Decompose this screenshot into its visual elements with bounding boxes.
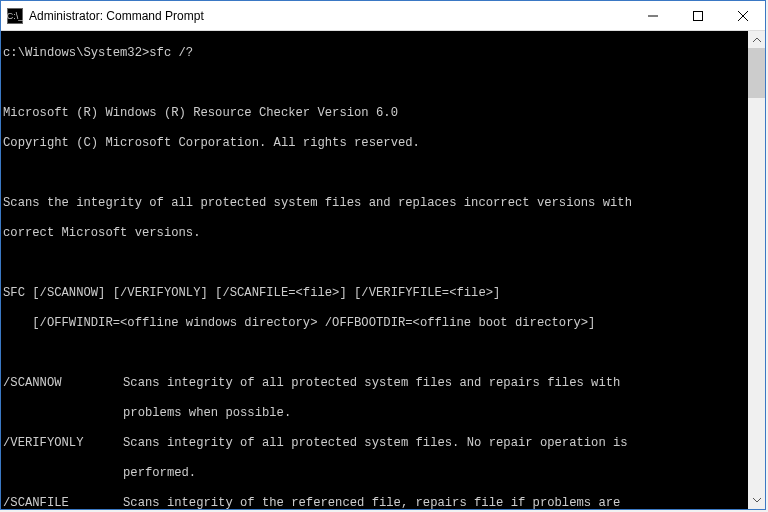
option-row: /SCANFILEScans integrity of the referenc… — [3, 496, 746, 509]
command-prompt-window: C:\_ Administrator: Command Prompt c:\Wi… — [0, 0, 766, 510]
chevron-up-icon — [753, 37, 761, 42]
option-desc: performed. — [123, 466, 703, 481]
window-title: Administrator: Command Prompt — [29, 9, 630, 23]
option-desc: problems when possible. — [123, 406, 703, 421]
option-desc: Scans integrity of all protected system … — [123, 376, 703, 391]
close-button[interactable] — [720, 1, 765, 30]
command-text: sfc /? — [149, 46, 193, 60]
output-line — [3, 346, 746, 361]
titlebar[interactable]: C:\_ Administrator: Command Prompt — [1, 1, 765, 31]
option-flag: /VERIFYONLY — [3, 436, 123, 451]
option-row: performed. — [3, 466, 746, 481]
output-line — [3, 166, 746, 181]
option-row: problems when possible. — [3, 406, 746, 421]
console-area: c:\Windows\System32>sfc /? Microsoft (R)… — [1, 31, 765, 509]
cmd-icon: C:\_ — [7, 8, 23, 24]
close-icon — [738, 11, 748, 21]
option-desc: Scans integrity of all protected system … — [123, 436, 703, 451]
output-line: correct Microsoft versions. — [3, 226, 746, 241]
maximize-icon — [693, 11, 703, 21]
vertical-scrollbar[interactable] — [748, 31, 765, 509]
scroll-up-button[interactable] — [748, 31, 765, 48]
output-line — [3, 256, 746, 271]
option-row: /VERIFYONLYScans integrity of all protec… — [3, 436, 746, 451]
chevron-down-icon — [753, 498, 761, 503]
output-line: Scans the integrity of all protected sys… — [3, 196, 746, 211]
output-line: [/OFFWINDIR=<offline windows directory> … — [3, 316, 746, 331]
output-line: SFC [/SCANNOW] [/VERIFYONLY] [/SCANFILE=… — [3, 286, 746, 301]
scrollbar-thumb[interactable] — [748, 48, 765, 98]
output-line: Microsoft (R) Windows (R) Resource Check… — [3, 106, 746, 121]
prompt: c:\Windows\System32> — [3, 46, 149, 60]
minimize-icon — [648, 11, 658, 21]
terminal[interactable]: c:\Windows\System32>sfc /? Microsoft (R)… — [1, 31, 748, 509]
output-line: Copyright (C) Microsoft Corporation. All… — [3, 136, 746, 151]
option-flag: /SCANNOW — [3, 376, 123, 391]
output-line — [3, 76, 746, 91]
svg-rect-1 — [693, 11, 702, 20]
scrollbar-track[interactable] — [748, 98, 765, 492]
option-row: /SCANNOWScans integrity of all protected… — [3, 376, 746, 391]
maximize-button[interactable] — [675, 1, 720, 30]
option-flag: /SCANFILE — [3, 496, 123, 509]
minimize-button[interactable] — [630, 1, 675, 30]
scroll-down-button[interactable] — [748, 492, 765, 509]
option-desc: Scans integrity of the referenced file, … — [123, 496, 703, 509]
